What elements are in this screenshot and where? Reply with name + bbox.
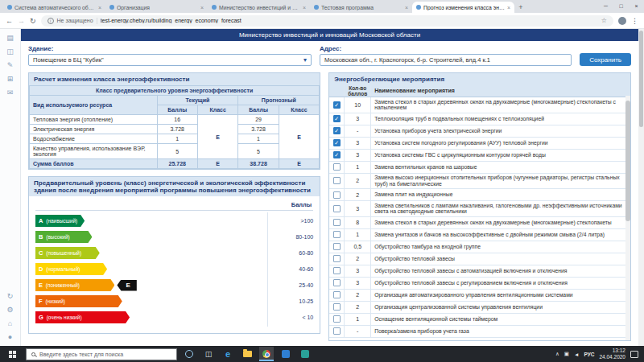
address-bar[interactable]: i Не защищено test-energy.cheby.ru/build… (41, 15, 613, 27)
building-select[interactable]: Помещение в БЦ "Кубик" ▾ (28, 54, 312, 66)
taskbar-search[interactable]: Введите здесь текст для поиска (26, 348, 177, 360)
browser-tab[interactable]: Министерство инвестиций и инноваций× (208, 2, 310, 13)
save-button[interactable]: Сохранить (580, 53, 631, 66)
tab-close-icon[interactable]: × (405, 5, 408, 10)
scrollbar-thumb[interactable] (625, 101, 630, 221)
measures-scrollbar[interactable] (625, 96, 630, 340)
measure-checkbox[interactable] (333, 163, 341, 171)
panels-icon[interactable]: ◫ (6, 47, 14, 56)
table-row: Качество управления, использование ВЭР, … (30, 144, 320, 159)
maximize-icon[interactable]: □ (613, 0, 629, 13)
name-column-header: Наименование мероприятия (371, 85, 630, 97)
action-center-icon[interactable] (630, 351, 638, 358)
class-range: 40-60 (273, 262, 313, 276)
measure-checkbox[interactable] (333, 267, 341, 274)
taskbar-clock[interactable]: 13:12 24.04.2020 (599, 348, 625, 360)
page-scrollbar[interactable] (638, 29, 644, 346)
measure-checkbox[interactable] (333, 279, 341, 286)
building-field: Здание: Помещение в БЦ "Кубик" ▾ (28, 45, 312, 66)
grid-icon[interactable]: ⊞ (7, 75, 14, 83)
measure-checkbox[interactable] (333, 231, 341, 238)
measure-name: Организация централизованной системы упр… (371, 302, 630, 311)
settings-gear-icon[interactable]: ⚙ (6, 306, 13, 314)
edit-icon[interactable]: ✎ (7, 61, 14, 69)
record-icon[interactable]: ● (8, 333, 12, 341)
tab-close-icon[interactable]: × (507, 5, 510, 10)
left-column: Расчет изменения класса энергоэффективно… (28, 72, 320, 341)
reload-icon[interactable]: ↻ (30, 17, 36, 25)
language-indicator[interactable]: РУС (584, 352, 594, 357)
refresh-icon[interactable]: ↻ (7, 292, 14, 300)
measure-checkbox[interactable] (333, 177, 341, 184)
measure-name: Поверка/замена приборов учета газа (371, 327, 630, 335)
measure-name: Теплоизоляция труб в подвальных помещени… (371, 114, 630, 123)
measure-checkbox[interactable] (333, 303, 341, 311)
cortana-icon[interactable] (182, 347, 196, 361)
network-icon[interactable]: ▣ (564, 351, 569, 357)
measure-points: 2 (344, 290, 371, 301)
tab-title: Организация (117, 5, 198, 10)
energy-class-row: C (повышенный)60-80 (35, 246, 313, 260)
measure-points: 2 (344, 302, 371, 313)
checkbox-cell (329, 162, 344, 173)
page-scrollbar-thumb[interactable] (639, 31, 643, 127)
tab-close-icon[interactable]: × (200, 5, 204, 10)
measure-checkbox[interactable] (333, 219, 341, 226)
tab-close-icon[interactable]: × (303, 5, 306, 10)
points-column-header: Кол-во баллов (344, 85, 371, 97)
bookmark-star-icon[interactable]: ☆ (601, 17, 607, 24)
task-view-icon[interactable]: ◫ (201, 347, 216, 361)
edge-icon[interactable]: e (221, 347, 235, 361)
info-icon[interactable]: i (47, 18, 54, 24)
measure-checkbox[interactable] (333, 255, 341, 262)
browser-tab[interactable]: Организация× (105, 2, 208, 13)
measures-list: ✓10Замена стекол в старых деревянных окн… (329, 97, 630, 340)
measure-checkbox[interactable] (333, 243, 341, 250)
forward-icon[interactable]: → (18, 17, 25, 25)
sum-current-class: E (197, 159, 237, 169)
profile-avatar[interactable] (618, 17, 626, 25)
minimize-icon[interactable]: ─ (598, 0, 613, 13)
checkbox-cell (329, 201, 344, 216)
measure-checkbox[interactable] (333, 315, 341, 323)
browser-tab[interactable]: Тестовая программа× (310, 2, 412, 13)
start-button[interactable] (3, 346, 21, 362)
measure-checkbox[interactable] (333, 205, 341, 212)
file-explorer-icon[interactable] (240, 347, 254, 361)
address-input[interactable]: Московская обл., г. Красногорск, б-р. Ст… (320, 54, 572, 66)
measure-name: Обустройство тепловой завесы с автоматиз… (371, 266, 630, 275)
measure-points: 8 (344, 217, 371, 228)
measure-checkbox[interactable] (333, 291, 341, 298)
measure-checkbox[interactable]: ✓ (333, 115, 341, 122)
browser-tab[interactable]: Система автоматического обследования× (3, 2, 105, 13)
measure-checkbox[interactable]: ✓ (333, 101, 341, 109)
class-label: (высокий) (44, 234, 69, 240)
checkbox-cell (329, 174, 344, 189)
browser-tab[interactable]: Прогноз изменения класса энергоэффективн… (412, 2, 514, 13)
measure-checkbox[interactable] (333, 191, 341, 199)
home-icon[interactable]: ⌂ (8, 319, 12, 327)
app-icon-1[interactable] (279, 347, 293, 361)
measure-checkbox[interactable]: ✓ (333, 139, 341, 146)
volume-icon[interactable]: ◄ (574, 352, 579, 357)
measure-checkbox[interactable] (333, 327, 341, 335)
menu-icon[interactable]: ⋮ (631, 17, 638, 25)
sum-label: Сумма баллов (30, 159, 158, 169)
class-letter: E (39, 282, 43, 289)
measure-checkbox[interactable]: ✓ (333, 127, 341, 134)
app-icon-2[interactable] (298, 347, 312, 361)
measure-row: ✓3Установка систем погодного регулирован… (329, 138, 630, 150)
mail-icon[interactable]: ✉ (7, 88, 14, 97)
back-icon[interactable]: ← (6, 17, 13, 25)
close-icon[interactable]: × (629, 0, 644, 13)
class-label: (пониженный) (44, 282, 80, 288)
tray-expand-icon[interactable]: ∧ (555, 351, 559, 357)
chrome-icon[interactable] (259, 347, 274, 361)
tab-close-icon[interactable]: × (98, 5, 101, 10)
page: ▤ ◫ ✎ ⊞ ✉ ↻ ⚙ ⌂ ● Министерство инвестици… (0, 29, 644, 346)
layout-icon[interactable]: ▤ (6, 34, 14, 42)
measure-name: Замена стекол в старых деревянных окнах … (371, 218, 630, 227)
energy-class-table: Класс предварительного уровня энергоэффе… (29, 85, 320, 169)
new-tab-button[interactable]: + (514, 2, 527, 13)
measure-checkbox[interactable]: ✓ (333, 151, 341, 158)
